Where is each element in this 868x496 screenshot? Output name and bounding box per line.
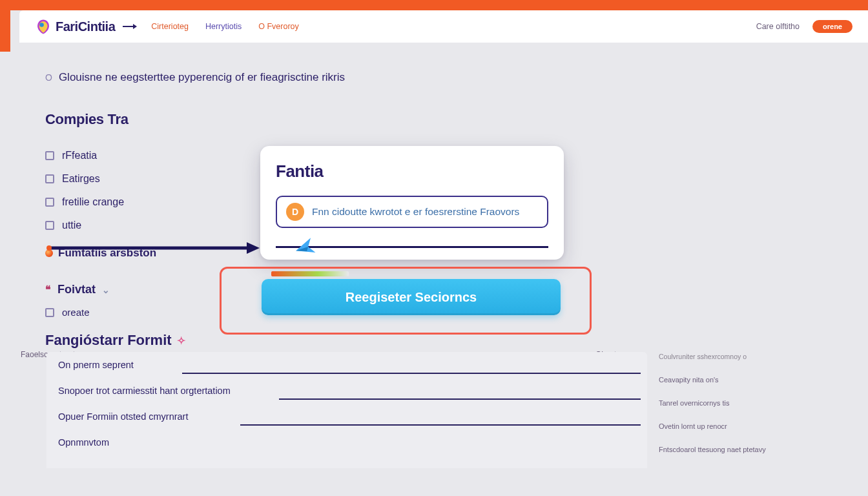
side-notes-header: Coulvruniter sshexrcomnoy o xyxy=(659,353,766,360)
create-label: oreate xyxy=(62,307,90,318)
form-row-3[interactable]: Opuer Formiin otsted cmyrnrart xyxy=(46,404,647,429)
breadcrumb-bullet-icon: O xyxy=(45,72,52,83)
modal-input-text: Fnn cidoutte kwrotot e er foesrerstine F… xyxy=(312,206,519,218)
chevron-down-icon: ⌄ xyxy=(102,285,110,295)
side-note-1: Ceavapity nita on's xyxy=(659,376,766,384)
breadcrumb: O Glouisne ne eegsterttee pyperencig of … xyxy=(45,71,842,84)
brand-arrow-icon xyxy=(123,23,137,30)
side-note-4: Fntscdoarol ttesuong naet ptetavy xyxy=(659,446,766,453)
modal-card: Fantia D Fnn cidoutte kwrotot e er foesr… xyxy=(260,146,564,260)
svg-marker-2 xyxy=(133,24,137,29)
logo-icon xyxy=(35,18,52,35)
breadcrumb-text: Glouisne ne eegsterttee pyperencig of er… xyxy=(59,71,345,84)
frame-top-stripe xyxy=(0,0,868,10)
quote-icon: ❝ xyxy=(45,284,51,296)
plane-icon xyxy=(291,231,322,262)
brand-logo[interactable]: FariCintiia xyxy=(35,18,137,35)
top-nav: FariCintiia Cirterioteg Herrytiotis O Fv… xyxy=(19,10,868,43)
form-row-4[interactable]: Opnmnvtom xyxy=(46,429,647,455)
modal-progress-line xyxy=(276,246,548,248)
register-button[interactable]: Reegiseter Seciorncs xyxy=(262,279,561,315)
side-note-3: Ovetin lornt up renocr xyxy=(659,422,766,430)
section-title-form: Fangióstarr Formit ✧ xyxy=(45,332,842,349)
primary-nav: Cirterioteg Herrytiotis O Fveroroy xyxy=(151,22,298,31)
modal-title: Fantia xyxy=(276,161,548,181)
frame-left-stripe xyxy=(0,0,10,52)
side-note-2: Tanrel overnicornys tis xyxy=(659,399,766,407)
stage-dot-icon xyxy=(45,249,53,257)
nav-link-2[interactable]: Herrytiotis xyxy=(205,22,242,31)
subsection-label: Foivtat xyxy=(57,283,96,296)
form-row-2[interactable]: Snopoer trot carmiesstit hant orgtertati… xyxy=(46,378,647,404)
account-link[interactable]: Care olftitho xyxy=(756,22,800,31)
form-row-1[interactable]: On pnerm seprent xyxy=(46,352,647,378)
modal-badge-icon: D xyxy=(286,203,304,221)
sparkle-icon: ✧ xyxy=(177,335,185,347)
modal-input[interactable]: D Fnn cidoutte kwrotot e er foesrerstine… xyxy=(276,196,548,228)
svg-point-0 xyxy=(39,23,44,27)
section-title-companies: Compies Tra xyxy=(45,111,842,128)
form-region: On pnerm seprent Snopoer trot carmiessti… xyxy=(46,352,647,468)
top-right-group: Care olftitho orene xyxy=(756,20,852,33)
nav-link-1[interactable]: Cirterioteg xyxy=(151,22,189,31)
stage-label-text: Fumtatiis arsbston xyxy=(58,247,156,260)
nav-link-3[interactable]: O Fveroroy xyxy=(258,22,299,31)
top-cta-button[interactable]: orene xyxy=(812,20,852,33)
side-notes: Coulvruniter sshexrcomnoy o Ceavapity ni… xyxy=(659,353,766,453)
brand-name: FariCintiia xyxy=(56,19,115,34)
